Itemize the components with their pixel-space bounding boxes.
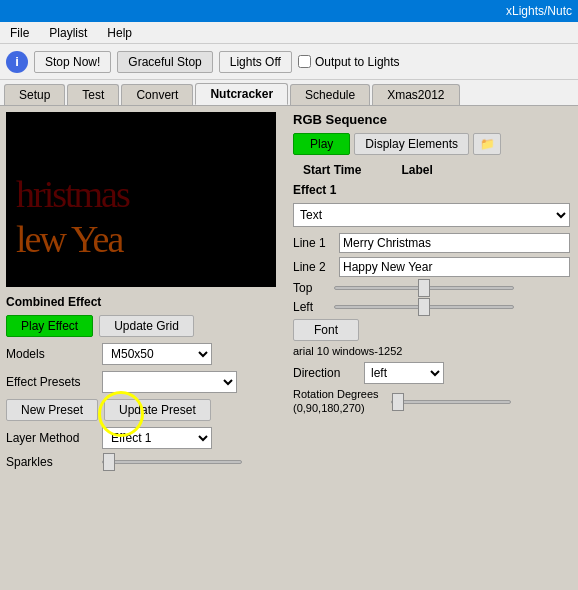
menu-playlist[interactable]: Playlist bbox=[43, 24, 93, 42]
tab-nutcracker[interactable]: Nutcracker bbox=[195, 83, 288, 105]
layer-method-label: Layer Method bbox=[6, 431, 96, 445]
left-label: Left bbox=[293, 300, 328, 314]
line2-row: Line 2 bbox=[293, 257, 570, 277]
combined-effect-label: Combined Effect bbox=[6, 295, 279, 309]
title-text: xLights/Nutc bbox=[506, 4, 572, 18]
toolbar: i Stop Now! Graceful Stop Lights Off Out… bbox=[0, 44, 578, 80]
effect-presets-row: Effect Presets bbox=[6, 371, 279, 393]
info-icon[interactable]: i bbox=[6, 51, 28, 73]
folder-icon[interactable]: 📁 bbox=[473, 133, 501, 155]
new-preset-button[interactable]: New Preset bbox=[6, 399, 98, 421]
play-effect-button[interactable]: Play Effect bbox=[6, 315, 93, 337]
tabs-bar: Setup Test Convert Nutcracker Schedule X… bbox=[0, 80, 578, 106]
top-label: Top bbox=[293, 281, 328, 295]
output-to-lights-checkbox[interactable] bbox=[298, 55, 311, 68]
main-content: hristmas lew Yea Combined Effect Play Ef… bbox=[0, 106, 578, 590]
tab-schedule[interactable]: Schedule bbox=[290, 84, 370, 105]
sparkles-slider[interactable] bbox=[102, 460, 242, 464]
line2-input[interactable] bbox=[339, 257, 570, 277]
effect-presets-label: Effect Presets bbox=[6, 375, 96, 389]
effect-presets-select[interactable] bbox=[102, 371, 237, 393]
font-row: Font bbox=[293, 319, 570, 343]
display-elements-button[interactable]: Display Elements bbox=[354, 133, 469, 155]
left-slider-row: Left bbox=[293, 300, 570, 314]
left-slider[interactable] bbox=[334, 305, 514, 309]
col-start-time: Start Time bbox=[303, 163, 361, 177]
effect1-title: Effect 1 bbox=[293, 183, 570, 197]
rotation-values: (0,90,180,270) bbox=[293, 402, 379, 414]
lights-off-button[interactable]: Lights Off bbox=[219, 51, 292, 73]
rotation-label-group: Rotation Degrees (0,90,180,270) bbox=[293, 388, 379, 416]
play-effect-row: Play Effect Update Grid bbox=[6, 315, 279, 337]
top-slider[interactable] bbox=[334, 286, 514, 290]
rotation-row: Rotation Degrees (0,90,180,270) bbox=[293, 388, 570, 416]
rotation-slider[interactable] bbox=[391, 400, 511, 404]
line2-label: Line 2 bbox=[293, 260, 335, 274]
sparkles-label: Sparkles bbox=[6, 455, 96, 469]
update-preset-button[interactable]: Update Preset bbox=[104, 399, 211, 421]
col-label: Label bbox=[401, 163, 432, 177]
output-to-lights-label: Output to Lights bbox=[298, 55, 400, 69]
play-bar: Play Display Elements 📁 bbox=[293, 133, 570, 155]
update-grid-button[interactable]: Update Grid bbox=[99, 315, 194, 337]
line1-input[interactable] bbox=[339, 233, 570, 253]
right-panel: RGB Sequence Play Display Elements 📁 Sta… bbox=[285, 106, 578, 590]
models-label: Models bbox=[6, 347, 96, 361]
preset-buttons-row: New Preset Update Preset bbox=[6, 399, 279, 421]
tab-setup[interactable]: Setup bbox=[4, 84, 65, 105]
graceful-stop-button[interactable]: Graceful Stop bbox=[117, 51, 212, 73]
direction-label: Direction bbox=[293, 366, 358, 380]
line1-label: Line 1 bbox=[293, 236, 335, 250]
preview-canvas: hristmas lew Yea bbox=[6, 112, 276, 287]
rotation-label: Rotation Degrees bbox=[293, 388, 379, 400]
preview-text-line2: lew Yea bbox=[16, 217, 122, 261]
column-headers: Start Time Label bbox=[293, 163, 570, 177]
effect-type-select[interactable]: Text bbox=[293, 203, 570, 227]
play-button[interactable]: Play bbox=[293, 133, 350, 155]
tab-convert[interactable]: Convert bbox=[121, 84, 193, 105]
sparkles-row: Sparkles bbox=[6, 455, 279, 469]
tab-test[interactable]: Test bbox=[67, 84, 119, 105]
models-select[interactable]: M50x50 bbox=[102, 343, 212, 365]
left-panel: hristmas lew Yea Combined Effect Play Ef… bbox=[0, 106, 285, 590]
menu-file[interactable]: File bbox=[4, 24, 35, 42]
font-info: arial 10 windows-1252 bbox=[293, 345, 570, 357]
top-slider-row: Top bbox=[293, 281, 570, 295]
line1-row: Line 1 bbox=[293, 233, 570, 253]
layer-method-select[interactable]: Effect 1 bbox=[102, 427, 212, 449]
preview-text-line1: hristmas bbox=[16, 172, 129, 216]
models-row: Models M50x50 bbox=[6, 343, 279, 365]
menu-help[interactable]: Help bbox=[101, 24, 138, 42]
font-button[interactable]: Font bbox=[293, 319, 359, 341]
stop-now-button[interactable]: Stop Now! bbox=[34, 51, 111, 73]
title-bar: xLights/Nutc bbox=[0, 0, 578, 22]
rgb-sequence-title: RGB Sequence bbox=[293, 112, 570, 127]
update-preset-wrapper: Update Preset bbox=[104, 399, 211, 421]
direction-row: Direction left right up down bbox=[293, 362, 570, 384]
layer-method-row: Layer Method Effect 1 bbox=[6, 427, 279, 449]
tab-xmas2012[interactable]: Xmas2012 bbox=[372, 84, 459, 105]
menu-bar: File Playlist Help bbox=[0, 22, 578, 44]
direction-select[interactable]: left right up down bbox=[364, 362, 444, 384]
